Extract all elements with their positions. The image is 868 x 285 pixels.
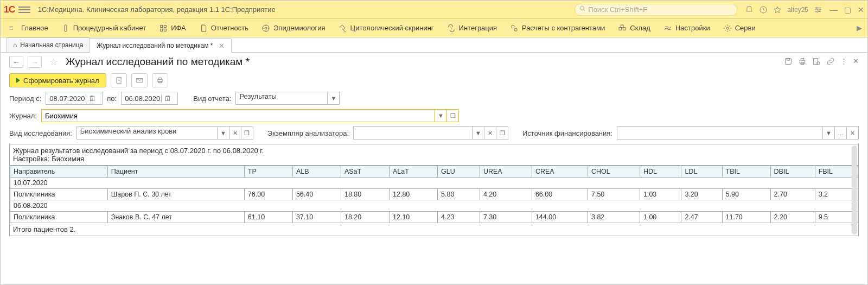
menu-icon[interactable] [18,4,30,16]
report-type-select[interactable]: Результаты ▼ [235,92,340,105]
filter-row-journal: Журнал: ▼ ❐ [1,107,867,124]
table-cell: Поликлиника [10,189,108,200]
menu-epidemiology[interactable]: Эпидемиология [255,19,332,37]
menu-scroll-right[interactable]: ▶ [853,24,865,32]
table-cell: Шаров П. С. 30 лет [107,189,244,200]
clear-icon[interactable]: ✕ [229,126,241,140]
svg-rect-24 [623,27,626,30]
search-icon [579,5,586,14]
tab-journal[interactable]: Журнал исследований по методикам * ✕ [90,38,231,53]
svg-rect-37 [158,78,161,79]
print-button[interactable] [152,73,168,87]
table-body: 10.07.2020ПоликлиникаШаров П. С. 30 лет7… [10,178,858,223]
preview-icon[interactable] [812,57,821,67]
nav-back-button[interactable]: ← [9,56,23,68]
date-group: 06.08.2020 [10,200,858,212]
menu-integration[interactable]: Интеграция [441,19,504,37]
menu-reports[interactable]: Отчетность [193,19,255,37]
open-dialog-icon[interactable]: ❐ [241,126,253,140]
svg-rect-36 [158,79,162,82]
maximize-icon[interactable]: ▢ [844,5,851,14]
mail-button[interactable] [131,73,148,87]
finance-input[interactable]: ▼ … ✕ [617,126,859,140]
table-cell: 56.40 [292,189,341,200]
table-row[interactable]: ПоликлиникаЗнаков В. С. 47 лет61.1037.10… [10,212,858,223]
menu-cytology[interactable]: Цитологический скрининг [332,19,441,37]
tab-close-icon[interactable]: ✕ [219,42,225,50]
menu-service[interactable]: Серви [717,19,762,37]
svg-point-6 [816,7,818,9]
table-cell: 66.00 [532,189,588,200]
menu-calculations[interactable]: Расчеты с контрагентами [503,19,611,37]
page-title: Журнал исследований по методикам * [66,56,250,68]
save-icon[interactable] [784,57,793,67]
svg-rect-12 [161,29,163,31]
menu-procedure[interactable]: Процедурный кабинет [55,19,152,37]
chevron-down-icon[interactable]: ▼ [435,110,446,122]
table-header: LDL [681,166,722,178]
tab-home[interactable]: ⌂ Начальная страница [6,37,90,52]
favorite-icon[interactable]: ☆ [49,56,58,68]
research-type-input[interactable]: Биохимический анализ крови ▼ ✕ ❐ [76,126,253,140]
open-dialog-icon[interactable]: ❐ [496,126,508,140]
more-icon[interactable]: … [835,126,847,140]
table-header: Направитель [10,166,108,178]
calendar-icon[interactable]: 🗓 [86,94,99,103]
table-cell: 5.90 [722,189,770,200]
svg-point-0 [580,7,584,10]
table-cell: 18.80 [341,189,389,200]
user-name[interactable]: altey25 [787,6,808,14]
svg-rect-29 [800,60,805,63]
open-dialog-icon[interactable]: ❐ [446,110,458,122]
svg-point-14 [265,27,267,29]
journal-input[interactable]: ▼ ❐ [41,109,459,122]
titlebar: 1C 1С:Медицина. Клиническая лаборатория,… [1,1,867,19]
minimize-icon[interactable]: — [830,5,838,14]
svg-rect-10 [161,25,163,27]
search-placeholder: Поиск Ctrl+Shift+F [588,5,647,14]
analyzer-input[interactable]: ▼ ✕ ❐ [353,126,508,140]
clear-icon[interactable]: ✕ [847,126,859,140]
more-icon[interactable]: ⋮ [840,57,847,67]
nav-forward-button[interactable]: → [28,56,42,68]
table-row[interactable]: ПоликлиникаШаров П. С. 30 лет76.0056.401… [10,189,858,200]
header-actions: ⋮ ✕ [784,57,859,67]
star-icon[interactable] [773,5,782,14]
tabs: ⌂ Начальная страница Журнал исследований… [1,37,867,53]
menu-stock[interactable]: Склад [611,19,657,37]
chevron-down-icon[interactable]: ▼ [218,126,229,140]
close-form-icon[interactable]: ✕ [853,57,859,67]
close-icon[interactable]: ✕ [858,5,864,14]
settings-icon[interactable] [814,5,822,14]
scrollbar[interactable] [852,145,857,235]
form-header: ← → ☆ Журнал исследований по методикам *… [1,53,867,71]
global-search[interactable]: Поиск Ctrl+Shift+F [575,4,737,16]
svg-rect-13 [164,29,166,31]
table-header: ALaT [390,166,438,178]
history-icon[interactable] [759,5,768,14]
menu-settings[interactable]: Настройки [657,19,717,37]
table-cell: 61.10 [244,212,292,223]
period-from-input[interactable]: 08.07.2020 🗓 [46,92,103,105]
bell-icon[interactable] [745,5,754,14]
menu-main[interactable]: ≡Главное [3,19,55,37]
svg-line-1 [584,10,585,11]
period-to-input[interactable]: 06.08.2020 🗓 [121,92,178,105]
svg-rect-30 [801,58,803,60]
menu-ifa[interactable]: ИФА [152,19,193,37]
clear-icon[interactable]: ✕ [484,126,496,140]
table-cell: 76.00 [244,189,292,200]
calendar-icon[interactable]: 🗓 [161,94,174,103]
filter-row-period: Период с: 08.07.2020 🗓 по: 06.08.2020 🗓 … [1,90,867,107]
chevron-down-icon[interactable]: ▼ [473,126,484,140]
chevron-down-icon[interactable]: ▼ [823,126,835,140]
link-icon[interactable] [826,57,835,67]
export-button[interactable] [111,73,127,87]
tab-journal-label: Журнал исследований по методикам * [97,42,213,49]
form-journal-button[interactable]: Сформировать журнал [9,73,106,87]
table-cell: 12.80 [390,189,438,200]
chevron-down-icon[interactable]: ▼ [328,92,340,105]
print-icon[interactable] [798,57,807,67]
play-icon [16,78,20,83]
journal-field[interactable] [42,110,435,122]
